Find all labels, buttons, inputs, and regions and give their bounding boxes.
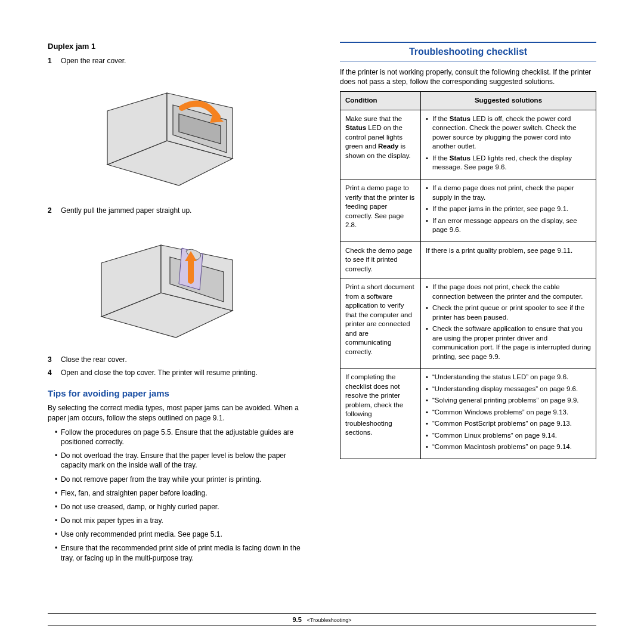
step-text: Close the rear cover. (61, 355, 310, 365)
solution-cell: “Understanding the status LED” on page 9… (421, 369, 596, 459)
step-text: Gently pull the jammed paper straight up… (61, 206, 310, 216)
solution-cell: If there is a print quality problem, see… (421, 242, 596, 278)
list-item: “Common Macintosh problems” on page 9.14… (426, 442, 591, 452)
list-item: Do not remove paper from the tray while … (55, 475, 310, 484)
condition-cell: Make sure that the Status LED on the con… (340, 110, 421, 179)
checklist-table: Condition Suggested solutions Make sure … (340, 91, 596, 459)
list-item: Use only recommended print media. See pa… (55, 530, 310, 539)
tips-heading: Tips for avoiding paper jams (48, 388, 310, 398)
condition-cell: Check the demo page to see if it printed… (340, 242, 421, 278)
list-item: Do not mix paper types in a tray. (55, 516, 310, 525)
solution-cell: If the page does not print, check the ca… (421, 278, 596, 369)
tips-list: Follow the procedures on page 5.5. Ensur… (48, 428, 310, 563)
list-item: If an error message appears on the displ… (426, 216, 591, 235)
list-item: “Understanding display messages” on page… (426, 385, 591, 394)
step-number: 1 (48, 57, 61, 66)
solution-cell: If a demo page does not print, check the… (421, 179, 596, 242)
list-item: “Common PostScript problems” on page 9.1… (426, 419, 591, 429)
list-item: If the Status LED is off, check the powe… (426, 114, 591, 151)
step-4: 4 Open and close the top cover. The prin… (48, 369, 310, 378)
list-item: If the page does not print, check the ca… (426, 283, 591, 301)
list-item: Check the software application to ensure… (426, 324, 591, 361)
printer-rear-open-illustration (83, 75, 244, 194)
list-item: If a demo page does not print, check the… (426, 184, 591, 202)
list-item: “Understanding the status LED” on page 9… (426, 373, 591, 382)
table-row: If completing the checklist does not res… (340, 369, 596, 459)
troubleshooting-heading: Troubleshooting checklist (340, 42, 596, 61)
tips-intro: By selecting the correct media types, mo… (48, 403, 310, 422)
printer-pull-paper-illustration (83, 224, 244, 343)
list-item: If the Status LED lights red, check the … (426, 154, 591, 172)
page-number: 9.5 (292, 616, 301, 623)
right-column: Troubleshooting checklist If the printer… (340, 42, 596, 567)
list-item: “Common Linux problems” on page 9.14. (426, 431, 591, 441)
step-number: 3 (48, 355, 61, 365)
table-row: Print a demo page to verify that the pri… (340, 179, 596, 242)
condition-cell: Print a short document from a software a… (340, 278, 421, 369)
left-column: Duplex jam 1 1 Open the rear cover. 2 Ge… (48, 42, 310, 567)
list-item: “Common Windows problems” on page 9.13. (426, 408, 591, 417)
step-3: 3 Close the rear cover. (48, 355, 310, 365)
step-text: Open the rear cover. (61, 57, 310, 66)
list-item: Do not use creased, damp, or highly curl… (55, 502, 310, 512)
table-row: Check the demo page to see if it printed… (340, 242, 596, 278)
step-number: 4 (48, 369, 61, 378)
chapter-label: <Troubleshooting> (307, 617, 352, 623)
troubleshooting-intro: If the printer is not working properly, … (340, 67, 596, 86)
solution-cell: If the Status LED is off, check the powe… (421, 110, 596, 179)
page-footer: 9.5 <Troubleshooting> (48, 613, 596, 626)
condition-cell: If completing the checklist does not res… (340, 369, 421, 459)
list-item: Ensure that the recommended print side o… (55, 543, 310, 562)
table-row: Make sure that the Status LED on the con… (340, 110, 596, 179)
list-item: If the paper jams in the printer, see pa… (426, 205, 591, 214)
step-1: 1 Open the rear cover. (48, 57, 310, 66)
step-text: Open and close the top cover. The printe… (61, 369, 310, 378)
step-2: 2 Gently pull the jammed paper straight … (48, 206, 310, 216)
duplex-heading: Duplex jam 1 (48, 42, 310, 51)
list-item: “Solving general printing problems” on p… (426, 396, 591, 405)
step-number: 2 (48, 206, 61, 216)
list-item: Flex, fan, and straighten paper before l… (55, 488, 310, 498)
table-row: Print a short document from a software a… (340, 278, 596, 369)
list-item: Check the print queue or print spooler t… (426, 304, 591, 322)
list-item: Follow the procedures on page 5.5. Ensur… (55, 428, 310, 447)
list-item: Do not overload the tray. Ensure that th… (55, 451, 310, 470)
th-condition: Condition (340, 92, 421, 110)
condition-cell: Print a demo page to verify that the pri… (340, 179, 421, 242)
th-solutions: Suggested solutions (421, 92, 596, 110)
